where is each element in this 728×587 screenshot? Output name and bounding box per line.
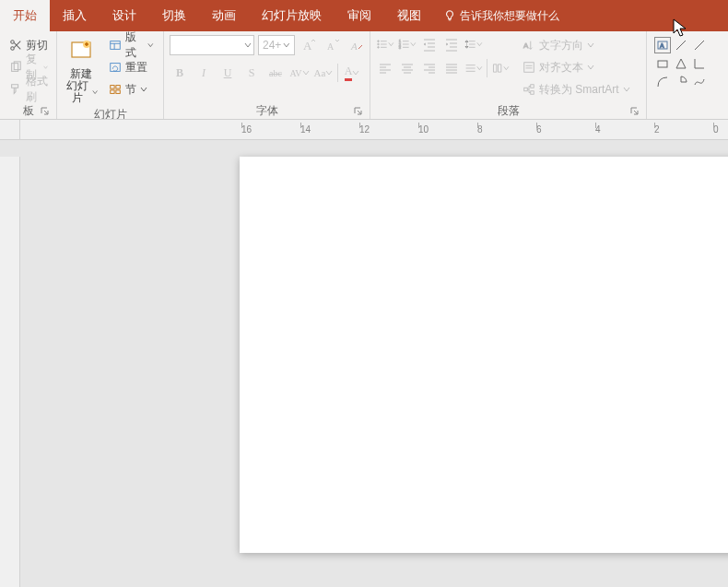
tell-me-search[interactable]: 告诉我你想要做什么 (434, 0, 569, 31)
smartart-icon (523, 83, 535, 96)
bullets-button[interactable] (376, 35, 394, 53)
group-paragraph: 123 A 文字方向 (370, 31, 647, 119)
reset-label: 重置 (125, 60, 147, 76)
tab-view[interactable]: 视图 (384, 0, 434, 31)
tab-transitions[interactable]: 切换 (149, 0, 199, 31)
svg-text:A: A (327, 41, 335, 52)
chevron-down-icon (147, 41, 154, 49)
svg-text:A: A (303, 39, 312, 53)
underline-button[interactable]: U (217, 63, 238, 83)
paintbrush-icon (9, 83, 22, 96)
slide-canvas[interactable] (240, 157, 728, 553)
layout-button[interactable]: 版式 (105, 35, 158, 55)
copy-icon (9, 61, 22, 74)
format-painter-button[interactable]: 格式刷 (6, 79, 52, 100)
new-slide-label: 新建 幻灯片 (65, 68, 98, 105)
svg-text:A: A (523, 41, 529, 50)
svg-text:3: 3 (399, 45, 402, 50)
group-slides: 新建 幻灯片 版式 (57, 31, 164, 119)
svg-point-0 (11, 47, 15, 51)
group-drawing: A (647, 31, 708, 119)
font-size-combo[interactable]: 24+ (258, 35, 295, 55)
svg-text:A: A (660, 42, 664, 49)
svg-rect-11 (116, 90, 120, 94)
decrease-indent-button[interactable] (420, 35, 439, 53)
align-text-icon (523, 61, 535, 74)
text-direction-button[interactable]: A 文字方向 (519, 35, 634, 55)
tab-animations[interactable]: 动画 (199, 0, 249, 31)
chevron-down-icon (92, 88, 98, 96)
ruler-corner (0, 120, 20, 140)
svg-rect-28 (658, 61, 667, 67)
chevron-down-icon (325, 69, 333, 76)
new-slide-icon (66, 37, 96, 66)
tab-design[interactable]: 设计 (100, 0, 149, 31)
chevron-down-icon (302, 69, 310, 76)
numbering-button[interactable]: 123 (398, 35, 417, 53)
columns-button[interactable] (491, 59, 510, 77)
shape-pie-icon[interactable] (673, 74, 689, 90)
font-launcher[interactable] (353, 106, 364, 117)
clear-format-button[interactable]: A (346, 35, 367, 55)
align-right-button[interactable] (420, 59, 439, 77)
group-font: 24+ A A A B I U S abc A (164, 31, 370, 119)
ribbon: 剪切 复制 格 (0, 31, 728, 120)
shape-lshape-icon[interactable] (691, 55, 708, 72)
text-direction-icon: A (523, 39, 535, 52)
shape-arc-icon[interactable] (654, 74, 671, 90)
svg-point-1 (11, 41, 15, 44)
grow-font-button[interactable]: A (299, 35, 319, 55)
char-spacing-button[interactable]: AV (289, 63, 310, 83)
tab-home[interactable]: 开始 (0, 0, 50, 31)
italic-button[interactable]: I (194, 63, 214, 83)
font-color-button[interactable]: A (342, 63, 362, 83)
convert-smartart-button[interactable]: 转换为 SmartArt (519, 79, 634, 100)
align-left-button[interactable] (376, 59, 394, 77)
tab-slideshow[interactable]: 幻灯片放映 (249, 0, 335, 31)
text-direction-label: 文字方向 (539, 38, 583, 53)
chevron-down-icon (587, 41, 594, 49)
horizontal-ruler[interactable]: 16 14 12 10 8 6 4 2 0 2 4 (20, 120, 728, 140)
lightbulb-icon (443, 9, 456, 22)
svg-rect-7 (111, 64, 121, 72)
svg-text:A: A (350, 41, 358, 52)
shape-triangle-icon[interactable] (673, 55, 689, 72)
chevron-down-icon (140, 86, 147, 93)
font-name-combo[interactable] (170, 35, 254, 55)
vertical-ruler[interactable] (0, 157, 20, 587)
section-button[interactable]: 节 (105, 79, 158, 100)
shape-line2-icon[interactable] (691, 37, 708, 53)
tell-me-label: 告诉我你想要做什么 (460, 8, 559, 24)
line-spacing-button[interactable] (464, 35, 483, 53)
increase-indent-button[interactable] (442, 35, 461, 53)
strikethrough-button[interactable]: abc (265, 63, 286, 83)
tab-insert[interactable]: 插入 (50, 0, 100, 31)
svg-point-15 (378, 41, 380, 42)
convert-smartart-label: 转换为 SmartArt (539, 82, 619, 98)
align-center-button[interactable] (398, 59, 417, 77)
layout-icon (109, 39, 122, 52)
bold-button[interactable]: B (170, 63, 190, 83)
align-text-button[interactable]: 对齐文本 (519, 57, 634, 77)
distribute-button[interactable] (464, 59, 483, 77)
svg-rect-24 (531, 85, 534, 88)
paragraph-launcher[interactable] (629, 106, 640, 117)
font-size-value: 24+ (263, 39, 281, 52)
text-shadow-button[interactable]: S (241, 63, 262, 83)
format-painter-label: 格式刷 (26, 74, 48, 105)
justify-button[interactable] (442, 59, 461, 77)
change-case-button[interactable]: Aa (313, 63, 334, 83)
shrink-font-button[interactable]: A (323, 35, 343, 55)
clipboard-launcher[interactable] (40, 106, 51, 117)
tab-review[interactable]: 审阅 (335, 0, 384, 31)
shape-line-icon[interactable] (673, 37, 689, 53)
chevron-down-icon (352, 69, 359, 76)
section-label: 节 (125, 82, 136, 98)
svg-rect-10 (111, 90, 114, 94)
shape-rect-icon[interactable] (654, 55, 671, 72)
shape-textbox-icon[interactable]: A (654, 37, 671, 53)
shape-curve-icon[interactable] (691, 74, 708, 90)
shapes-gallery[interactable]: A (652, 35, 708, 92)
reset-button[interactable]: 重置 (105, 57, 158, 77)
new-slide-button[interactable]: 新建 幻灯片 (63, 35, 100, 107)
